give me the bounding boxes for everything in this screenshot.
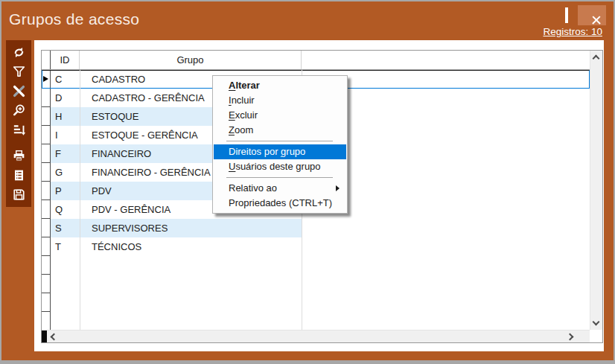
refresh-icon — [12, 45, 26, 60]
row-selector-cell — [42, 293, 51, 312]
clear-filter-icon — [12, 84, 26, 98]
cell-id[interactable]: P — [51, 182, 80, 200]
maximize-button[interactable] — [555, 5, 578, 25]
cell-id[interactable]: Q — [51, 200, 80, 219]
empty-row — [42, 293, 590, 312]
menu-item-propriedades-ctrl-t[interactable]: Propriedades (CTRL+T) — [214, 196, 346, 211]
cell-id[interactable]: T — [51, 237, 80, 256]
window-controls — [533, 5, 606, 25]
column-header-id[interactable]: ID — [51, 51, 80, 69]
cell-grupo[interactable]: SUPERVISORES — [80, 219, 302, 237]
scroll-up-icon[interactable] — [593, 55, 600, 63]
save-button[interactable] — [7, 185, 30, 204]
menu-item-zoom[interactable]: Zoom — [214, 123, 346, 138]
context-menu: AlterarIncluirExcluirZoomDireitos por gr… — [212, 75, 348, 214]
vertical-scrollbar[interactable] — [590, 51, 602, 330]
grid-header-row: ID Grupo — [42, 51, 590, 70]
menu-item-direitos-por-grupo[interactable]: Direitos por grupo — [214, 144, 346, 159]
left-rail — [3, 40, 34, 360]
report-icon — [12, 168, 26, 182]
clear-filter-button[interactable] — [7, 81, 30, 100]
menu-item-incluir[interactable]: Incluir — [214, 93, 346, 108]
minimize-button[interactable] — [533, 5, 555, 25]
menu-item-alterar[interactable]: Alterar — [214, 78, 346, 93]
zoom-icon — [12, 103, 26, 118]
row-selector-cell[interactable] — [42, 163, 51, 182]
refresh-button[interactable] — [7, 42, 30, 62]
row-selector-cell[interactable] — [42, 70, 51, 89]
registros-link[interactable]: Registros: 10 — [543, 26, 602, 37]
menu-item-relativo-ao[interactable]: Relativo ao — [214, 181, 346, 196]
menu-item-excluir[interactable]: Excluir — [214, 108, 346, 123]
empty-row — [42, 275, 590, 293]
submenu-arrow-icon — [336, 185, 340, 191]
report-button[interactable] — [7, 165, 30, 185]
sort-icon — [12, 123, 26, 137]
content-panel: ID Grupo CCADASTRODCADASTRO - GERÊNCIAHE… — [34, 40, 604, 351]
table-row[interactable]: TTÉCNICOS — [42, 237, 590, 256]
row-selector-cell[interactable] — [42, 182, 51, 200]
row-selector-cell — [42, 275, 51, 293]
scroll-down-icon[interactable] — [593, 319, 600, 326]
cell-filler — [51, 256, 590, 275]
cell-id[interactable]: G — [51, 163, 80, 182]
horizontal-scrollbar[interactable] — [42, 330, 590, 342]
menu-item-usu-rios-deste-grupo[interactable]: Usuários deste grupo — [214, 159, 346, 174]
cell-id[interactable]: S — [51, 219, 80, 237]
row-selector-cell[interactable] — [42, 107, 51, 126]
cell-filler — [302, 219, 590, 237]
row-selector-cell[interactable] — [42, 126, 51, 144]
row-selector-cell[interactable] — [42, 89, 51, 107]
row-selector-cell[interactable] — [42, 237, 51, 256]
header-filler — [302, 51, 590, 69]
scroll-left-icon[interactable] — [51, 333, 58, 340]
scroll-right-icon[interactable] — [567, 333, 574, 340]
close-button[interactable] — [578, 5, 606, 25]
cell-id[interactable]: I — [51, 126, 80, 144]
save-icon — [12, 188, 26, 202]
menu-separator — [226, 177, 333, 178]
cell-filler — [51, 275, 590, 293]
empty-row — [42, 256, 590, 275]
row-selector-cell — [42, 312, 51, 330]
cell-filler — [302, 237, 590, 256]
app-window: Grupos de acesso Registros: 10 ID Grupo … — [0, 0, 615, 364]
cell-id[interactable]: D — [51, 89, 80, 107]
title-bar[interactable]: Grupos de acesso Registros: 10 — [1, 1, 614, 39]
row-selector-cell[interactable] — [42, 144, 51, 163]
cell-id[interactable]: F — [51, 144, 80, 163]
menu-separator — [226, 141, 333, 141]
row-selector-cell[interactable] — [42, 219, 51, 237]
toolbar — [6, 40, 31, 207]
cell-filler — [51, 312, 590, 330]
cell-filler — [51, 293, 590, 312]
grid-corner-cell — [42, 51, 51, 69]
cell-id[interactable]: C — [51, 70, 80, 89]
window-body: ID Grupo CCADASTRODCADASTRO - GERÊNCIAHE… — [3, 40, 612, 360]
print-icon — [12, 149, 26, 163]
empty-row — [42, 312, 590, 330]
gridline-id-grupo — [80, 70, 80, 330]
filter-icon — [12, 65, 26, 79]
zoom-button[interactable] — [7, 100, 30, 120]
hscroll-left-block — [42, 331, 47, 343]
row-selector-cell — [42, 256, 51, 275]
current-row-marker-icon — [43, 76, 48, 82]
column-header-grupo[interactable]: Grupo — [80, 51, 302, 69]
window-title: Grupos de acesso — [9, 10, 139, 28]
print-button[interactable] — [7, 146, 30, 165]
sort-button[interactable] — [7, 120, 30, 139]
table-row[interactable]: SSUPERVISORES — [42, 219, 590, 237]
row-selector-cell[interactable] — [42, 200, 51, 219]
cell-grupo[interactable]: TÉCNICOS — [80, 237, 302, 256]
cell-id[interactable]: H — [51, 107, 80, 126]
filter-button[interactable] — [7, 62, 30, 81]
maximize-icon — [565, 9, 568, 22]
